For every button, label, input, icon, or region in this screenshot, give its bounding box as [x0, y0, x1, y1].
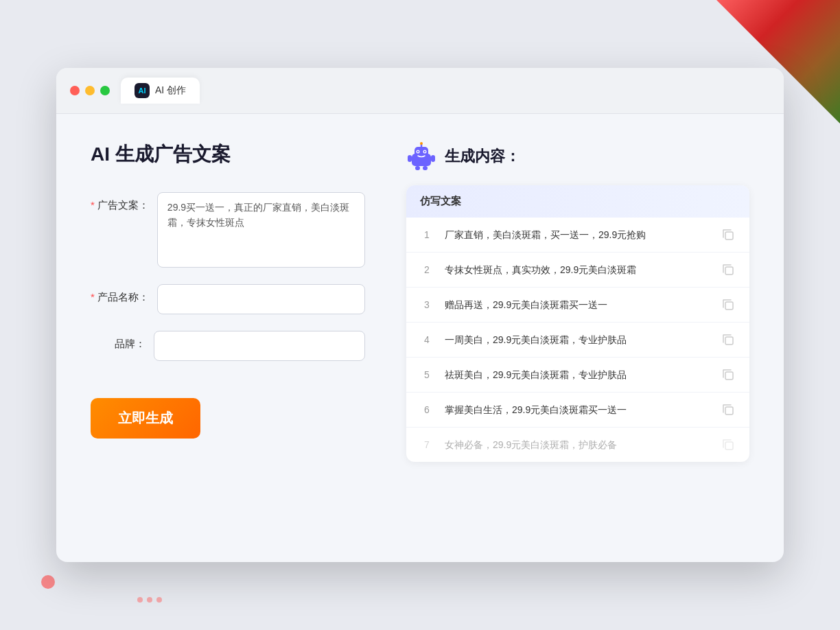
left-panel: AI 生成广告文案 *广告文案： 29.9买一送一，真正的厂家直销，美白淡斑霜，… — [91, 141, 365, 512]
result-number: 5 — [420, 369, 434, 380]
brand-field-group: 品牌： 好白 — [91, 331, 365, 361]
svg-point-6 — [417, 151, 419, 152]
result-number: 4 — [420, 334, 434, 345]
svg-rect-17 — [725, 407, 733, 415]
result-text: 女神必备，29.9元美白淡斑霜，护肤必备 — [445, 438, 710, 452]
right-panel: 生成内容： 仿写文案 1厂家直销，美白淡斑霜，买一送一，29.9元抢购 2专抹女… — [406, 141, 749, 512]
copy-button[interactable] — [721, 367, 736, 382]
result-number: 1 — [420, 229, 434, 240]
svg-rect-8 — [408, 155, 412, 162]
browser-chrome: AI AI 创作 — [56, 68, 784, 114]
result-text: 掌握美白生活，29.9元美白淡斑霜买一送一 — [445, 403, 710, 417]
right-header: 生成内容： — [406, 141, 749, 172]
table-row: 2专抹女性斑点，真实功效，29.9元美白淡斑霜 — [406, 253, 749, 288]
maximize-button[interactable] — [100, 86, 110, 95]
result-text: 一周美白，29.9元美白淡斑霜，专业护肤品 — [445, 333, 710, 347]
svg-rect-15 — [725, 337, 733, 345]
bg-decoration-dot — [41, 575, 55, 589]
ad-copy-field-group: *广告文案： 29.9买一送一，真正的厂家直销，美白淡斑霜，专抹女性斑点 — [91, 192, 365, 268]
window-controls — [70, 86, 110, 95]
svg-rect-11 — [423, 166, 428, 170]
brand-label: 品牌： — [91, 331, 145, 351]
product-name-label: *产品名称： — [91, 284, 149, 304]
product-name-field-group: *产品名称： 美白淡斑霜 — [91, 284, 365, 314]
table-row: 5祛斑美白，29.9元美白淡斑霜，专业护肤品 — [406, 358, 749, 393]
result-number: 2 — [420, 264, 434, 275]
generate-button[interactable]: 立即生成 — [91, 398, 200, 439]
main-content: AI 生成广告文案 *广告文案： 29.9买一送一，真正的厂家直销，美白淡斑霜，… — [56, 114, 784, 539]
table-row: 3赠品再送，29.9元美白淡斑霜买一送一 — [406, 288, 749, 323]
svg-rect-9 — [431, 155, 435, 162]
robot-icon — [406, 141, 436, 172]
product-name-input[interactable]: 美白淡斑霜 — [157, 284, 365, 314]
close-button[interactable] — [70, 86, 80, 95]
bg-decoration-dots — [137, 597, 162, 603]
right-title: 生成内容： — [445, 146, 520, 167]
copy-button[interactable] — [721, 402, 736, 417]
copy-button[interactable] — [721, 332, 736, 347]
results-column-header: 仿写文案 — [406, 185, 749, 218]
table-row: 1厂家直销，美白淡斑霜，买一送一，29.9元抢购 — [406, 218, 749, 253]
svg-point-7 — [424, 151, 425, 152]
result-number: 6 — [420, 404, 434, 415]
tab-label: AI 创作 — [155, 84, 186, 97]
copy-button[interactable] — [721, 227, 736, 242]
svg-rect-14 — [725, 302, 733, 310]
brand-input[interactable]: 好白 — [154, 331, 365, 361]
svg-rect-10 — [415, 166, 420, 170]
table-row: 4一周美白，29.9元美白淡斑霜，专业护肤品 — [406, 323, 749, 358]
svg-rect-12 — [725, 232, 733, 240]
result-text: 赠品再送，29.9元美白淡斑霜买一送一 — [445, 298, 710, 312]
svg-rect-18 — [725, 442, 733, 450]
tab-ai-icon: AI — [135, 83, 150, 98]
svg-rect-16 — [725, 372, 733, 380]
result-text: 专抹女性斑点，真实功效，29.9元美白淡斑霜 — [445, 263, 710, 277]
table-row: 7女神必备，29.9元美白淡斑霜，护肤必备 — [406, 428, 749, 462]
result-text: 祛斑美白，29.9元美白淡斑霜，专业护肤品 — [445, 368, 710, 382]
results-container: 仿写文案 1厂家直销，美白淡斑霜，买一送一，29.9元抢购 2专抹女性斑点，真实… — [406, 185, 749, 462]
svg-rect-13 — [725, 267, 733, 275]
table-row: 6掌握美白生活，29.9元美白淡斑霜买一送一 — [406, 393, 749, 428]
result-text: 厂家直销，美白淡斑霜，买一送一，29.9元抢购 — [445, 228, 710, 242]
browser-window: AI AI 创作 AI 生成广告文案 *广告文案： 29.9买一送一，真正的厂家… — [56, 68, 784, 562]
required-star: * — [91, 199, 95, 211]
copy-button[interactable] — [721, 437, 736, 452]
browser-tab[interactable]: AI AI 创作 — [121, 78, 200, 104]
result-number: 3 — [420, 299, 434, 310]
svg-point-3 — [420, 142, 423, 145]
ad-copy-textarea[interactable]: 29.9买一送一，真正的厂家直销，美白淡斑霜，专抹女性斑点 — [157, 192, 365, 268]
copy-button[interactable] — [721, 262, 736, 277]
ad-copy-label: *广告文案： — [91, 192, 149, 212]
copy-button[interactable] — [721, 297, 736, 312]
minimize-button[interactable] — [85, 86, 95, 95]
page-title: AI 生成广告文案 — [91, 141, 365, 167]
result-number: 7 — [420, 439, 434, 450]
required-star-2: * — [91, 291, 95, 303]
results-list: 1厂家直销，美白淡斑霜，买一送一，29.9元抢购 2专抹女性斑点，真实功效，29… — [406, 218, 749, 462]
